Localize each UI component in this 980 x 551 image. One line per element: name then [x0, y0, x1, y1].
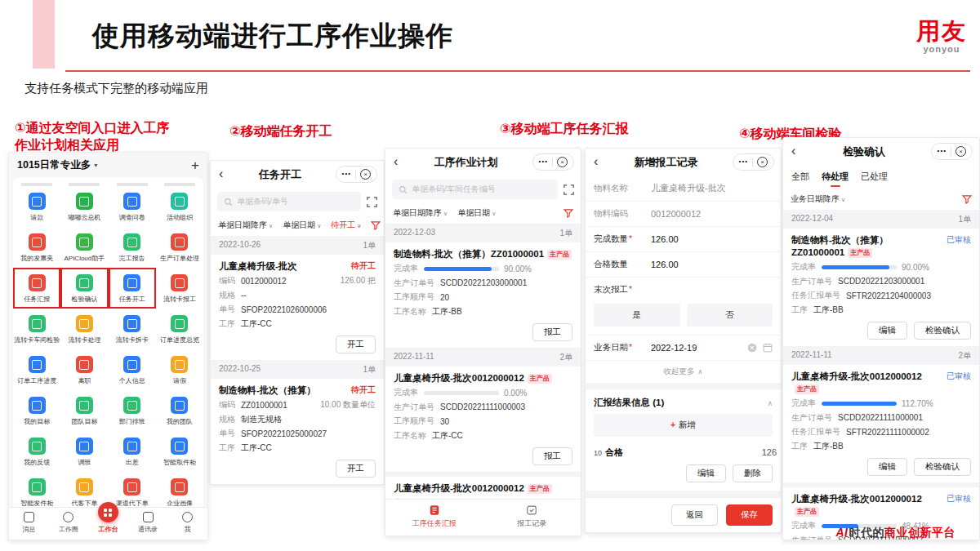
task-start-filter-2[interactable]: 待开工∨ [331, 220, 361, 231]
work-plan-filter-row: 单据日期降序∨单据日期∨ [385, 203, 581, 224]
chevron-up-icon[interactable]: ∧ [767, 399, 773, 407]
app-检验确认[interactable]: 检验确认 [60, 268, 108, 309]
app-嘟嘟云总机[interactable]: 嘟嘟云总机 [60, 186, 108, 227]
new-report-field-完成数量[interactable]: 完成数量*126.00 [586, 227, 781, 252]
funnel-icon[interactable] [962, 194, 972, 204]
app-请款[interactable]: 请款 [13, 186, 60, 227]
inspection-button-检验确认[interactable]: 检验确认 [914, 458, 971, 476]
new-report-field-物料编码[interactable]: 物料编码0012000012 [586, 202, 781, 227]
app-活动组织[interactable]: 活动组织 [156, 186, 203, 227]
tab-消息[interactable]: 消息 [9, 512, 49, 534]
app-智能取件柜[interactable]: 智能取件柜 [156, 431, 203, 472]
app-任务开工[interactable]: 任务开工 [109, 268, 156, 309]
app-流转卡车间检验[interactable]: 流转卡车间检验 [13, 309, 60, 349]
inspection-back-icon[interactable]: ‹ [790, 146, 797, 157]
tab-通讯录[interactable]: 通讯录 [128, 512, 168, 534]
app-出差[interactable]: 出差 [109, 431, 156, 472]
new-report-close-icon[interactable]: × [757, 157, 768, 167]
work-plan-button-报工[interactable]: 报工 [532, 447, 572, 465]
work-plan-card[interactable]: 制造物料-批次（推算）ZZ01000001主产品完成率90.00%生产订单号SC… [385, 242, 581, 348]
task-start-card[interactable]: 制造物料-批次（推算）待开工编码ZZ0100000110.00 数量单位规格制造… [211, 379, 384, 484]
tab-工序任务汇报[interactable]: 工序任务汇报 [385, 504, 483, 529]
task-start-button-开工[interactable]: 开工 [336, 460, 376, 478]
new-report-add-button[interactable]: +新增 [594, 414, 773, 437]
app-我的目标[interactable]: 我的目标 [13, 390, 60, 431]
inspection-card[interactable]: 制造物料-批次（推算）ZZ01000001主产品已审核完成率90.00%生产订单… [783, 229, 979, 346]
inspection-button-检验确认[interactable]: 检验确认 [914, 322, 971, 340]
tab-label: 报工记录 [517, 518, 546, 529]
add-icon[interactable]: + [191, 160, 199, 171]
task-start-card[interactable]: 儿童桌椅升级-批次待开工编码0012000012126.00 把规格--单号SF… [211, 255, 384, 360]
app-部门排班[interactable]: 部门排班 [109, 390, 156, 431]
new-report-more-icon[interactable]: ••• [739, 160, 748, 164]
app-任务汇报[interactable]: 任务汇报 [13, 268, 60, 309]
app-APICloud助手[interactable]: APICloud助手 [60, 227, 108, 268]
funnel-icon[interactable] [564, 208, 573, 218]
work-plan-card[interactable]: 儿童桌椅升级-批次0012000012主产品完成率0.00%生产订单号SCDD2… [385, 367, 581, 472]
app-请假[interactable]: 请假 [156, 349, 203, 390]
toggle-option-是[interactable]: 是 [594, 304, 680, 327]
work-plan-search-input[interactable]: 单据条码/车间任务编号 [392, 180, 558, 199]
new-report-button-返回[interactable]: 返回 [671, 504, 718, 526]
work-plan-button-报工[interactable]: 报工 [532, 323, 572, 341]
app-调查问卷[interactable]: 调查问卷 [109, 186, 156, 227]
app-离职[interactable]: 离职 [60, 349, 108, 390]
tab-已处理[interactable]: 已处理 [861, 171, 888, 183]
new-report-collapse[interactable]: 收起更多∧ [586, 361, 781, 383]
task-start-filter-1[interactable]: 单据日期∨ [283, 220, 321, 231]
app-团队目标[interactable]: 团队目标 [60, 390, 108, 431]
app-生产订单处理[interactable]: 生产订单处理 [156, 227, 203, 268]
funnel-icon[interactable] [371, 220, 381, 230]
tab-待处理[interactable]: 待处理 [822, 171, 849, 183]
tab-全部[interactable]: 全部 [791, 171, 809, 183]
task-start-search-input[interactable]: 单据条码/单号 [217, 192, 361, 211]
app-流转卡报工[interactable]: 流转卡报工 [156, 268, 203, 309]
inspection-button-编辑[interactable]: 编辑 [867, 458, 907, 476]
new-report-button-删除[interactable]: 删除 [733, 464, 773, 482]
new-report-button-编辑[interactable]: 编辑 [686, 464, 726, 482]
app-完工报告[interactable]: 完工报告 [109, 227, 156, 268]
app-订单进度总览[interactable]: 订单进度总览 [156, 309, 203, 349]
clear-icon[interactable] [747, 343, 757, 353]
new-report-field-业务日期[interactable]: 业务日期*2022-12-19 [586, 335, 781, 361]
new-report-field-物料名称[interactable]: 物料名称儿童桌椅升级-批次 [586, 176, 781, 202]
task-start-button-开工[interactable]: 开工 [336, 335, 376, 353]
app-订单工序进度[interactable]: 订单工序进度 [13, 349, 60, 390]
scan-icon[interactable] [564, 184, 574, 195]
work-plan-back-icon[interactable]: ‹ [392, 157, 399, 167]
inspection-sort[interactable]: 业务日期降序∨ [791, 193, 845, 205]
work-plan-filter-1[interactable]: 单据日期∨ [457, 207, 496, 219]
tab-报工记录[interactable]: 报工记录 [483, 504, 581, 529]
new-report-back-icon[interactable]: ‹ [592, 157, 599, 167]
tab-我[interactable]: 我 [167, 512, 207, 534]
inspection-close-icon[interactable]: × [956, 146, 966, 157]
app-我的团队[interactable]: 我的团队 [156, 390, 203, 431]
tab-工作圈[interactable]: 工作圈 [49, 512, 89, 534]
calendar-icon[interactable] [763, 343, 773, 353]
inspection-card[interactable]: 儿童桌椅升级-批次0012000012主产品已审核完成率112.70%生产订单号… [783, 365, 979, 482]
new-report-button-保存[interactable]: 保存 [726, 504, 773, 526]
task-start-filter-0[interactable]: 单据日期降序∨ [218, 220, 273, 231]
app-调班[interactable]: 调班 [60, 431, 108, 472]
inspection-button-编辑[interactable]: 编辑 [867, 322, 907, 340]
new-report-field-合格数量[interactable]: 合格数量126.00 [586, 252, 781, 278]
app-流转卡拆卡[interactable]: 流转卡拆卡 [109, 309, 156, 349]
app-流转卡处理[interactable]: 流转卡处理 [60, 309, 108, 349]
workspace-title[interactable]: 1015日常专业多 [17, 158, 91, 172]
work-plan-more-icon[interactable]: ••• [539, 160, 548, 164]
work-plan-close-icon[interactable]: × [557, 157, 568, 167]
app-个人信息[interactable]: 个人信息 [109, 349, 156, 390]
task-start-back-icon[interactable]: ‹ [217, 169, 225, 180]
task-start-field-row: 单号SFOP20221026000006 [219, 304, 376, 315]
main-product-badge: 主产品 [848, 248, 872, 258]
app-我的发票夹[interactable]: 我的发票夹 [13, 227, 60, 268]
app-label: 离职 [78, 376, 91, 385]
toggle-option-否[interactable]: 否 [687, 304, 773, 327]
scan-icon[interactable] [367, 197, 377, 207]
inspection-more-icon[interactable]: ••• [938, 149, 947, 153]
app-我的反馈[interactable]: 我的反馈 [13, 431, 60, 472]
work-plan-filter-0[interactable]: 单据日期降序∨ [393, 207, 448, 219]
task-start-close-icon[interactable]: × [360, 169, 371, 180]
tab-工作台[interactable]: 工作台 [88, 515, 128, 534]
task-start-more-icon[interactable]: ••• [342, 172, 351, 176]
